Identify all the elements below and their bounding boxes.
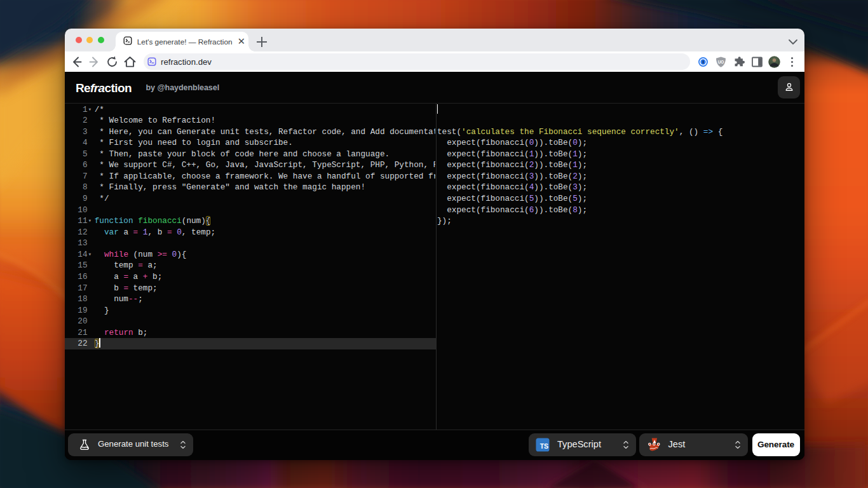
svg-text:TS: TS: [539, 442, 548, 450]
svg-text:UO: UO: [718, 59, 724, 64]
